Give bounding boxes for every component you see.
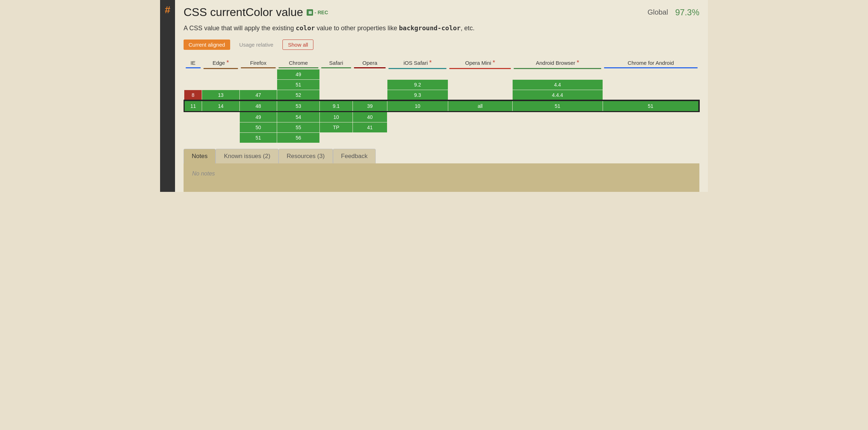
table-cell xyxy=(320,69,353,79)
doc-icon: ▤ xyxy=(307,9,313,16)
table-cell xyxy=(603,111,699,122)
chrome-android-header: Chrome for Android xyxy=(603,57,699,69)
current-aligned-button[interactable]: Current aligned xyxy=(184,40,230,50)
table-cell xyxy=(239,69,277,79)
opera-label: Opera xyxy=(362,60,377,66)
table-cell: 51 xyxy=(512,100,603,111)
tabs-row: Notes Known issues (2) Resources (3) Fee… xyxy=(184,149,699,163)
filter-row: Current aligned Usage relative Show all xyxy=(184,40,699,50)
table-cell: 56 xyxy=(277,132,320,143)
safari-header: Safari xyxy=(320,57,353,69)
table-cell xyxy=(353,132,387,143)
tab-known-issues[interactable]: Known issues (2) xyxy=(216,149,278,163)
table-row: 5156 xyxy=(184,132,699,143)
table-row: 519.24.4 xyxy=(184,79,699,90)
notes-panel: No notes xyxy=(184,163,699,192)
table-row: 49 xyxy=(184,69,699,79)
table-cell: 39 xyxy=(353,100,387,111)
table-cell: 53 xyxy=(277,100,320,111)
table-cell xyxy=(320,79,353,90)
table-cell: 51 xyxy=(603,100,699,111)
edge-asterisk: * xyxy=(226,59,229,67)
table-cell xyxy=(387,122,448,132)
tab-feedback[interactable]: Feedback xyxy=(333,149,376,163)
opera-mini-header: Opera Mini * xyxy=(448,57,512,69)
table-cell xyxy=(239,79,277,90)
show-all-button[interactable]: Show all xyxy=(282,40,313,50)
table-cell xyxy=(202,79,240,90)
table-cell xyxy=(603,79,699,90)
table-cell xyxy=(202,111,240,122)
table-cell xyxy=(512,122,603,132)
table-row: 81347529.34.4.4 xyxy=(184,90,699,100)
global-area: Global 97.3% xyxy=(647,7,699,17)
table-cell xyxy=(448,122,512,132)
table-cell xyxy=(448,90,512,100)
android-browser-label: Android Browser xyxy=(536,60,575,66)
table-cell: 49 xyxy=(277,69,320,79)
edge-header: Edge * xyxy=(202,57,240,69)
android-browser-asterisk: * xyxy=(577,59,579,67)
opera-mini-asterisk: * xyxy=(493,59,495,67)
opera-header: Opera xyxy=(353,57,387,69)
compat-table: IE Edge * Firefox xyxy=(184,57,699,143)
table-cell: 41 xyxy=(353,122,387,132)
table-cell xyxy=(512,132,603,143)
table-cell: 8 xyxy=(184,90,202,100)
table-cell xyxy=(184,69,202,79)
table-cell xyxy=(603,90,699,100)
table-cell: 48 xyxy=(239,100,277,111)
table-cell xyxy=(353,79,387,90)
table-cell: 54 xyxy=(277,111,320,122)
title-area: CSS currentColor value ▤ - REC xyxy=(184,6,328,19)
safari-label: Safari xyxy=(329,60,343,66)
no-notes-text: No notes xyxy=(192,171,215,177)
tab-notes[interactable]: Notes xyxy=(184,149,216,163)
table-cell xyxy=(353,69,387,79)
tab-resources[interactable]: Resources (3) xyxy=(279,149,333,163)
table-cell: 9.2 xyxy=(387,79,448,90)
usage-relative-button[interactable]: Usage relative xyxy=(234,40,279,50)
table-cell: 47 xyxy=(239,90,277,100)
chrome-label: Chrome xyxy=(289,60,308,66)
ie-header: IE xyxy=(184,57,202,69)
header-row: CSS currentColor value ▤ - REC Global 97… xyxy=(184,6,699,19)
table-cell xyxy=(202,122,240,132)
global-value: 97.3% xyxy=(675,7,699,17)
table-cell: 10 xyxy=(320,111,353,122)
table-cell: 50 xyxy=(239,122,277,132)
table-cell xyxy=(202,69,240,79)
browser-header-row: IE Edge * Firefox xyxy=(184,57,699,69)
table-cell: 40 xyxy=(353,111,387,122)
rec-badge: ▤ - REC xyxy=(307,9,328,16)
table-cell: all xyxy=(448,100,512,111)
table-cell xyxy=(387,69,448,79)
table-cell: 4.4 xyxy=(512,79,603,90)
rec-label: - REC xyxy=(314,10,328,15)
table-cell xyxy=(603,69,699,79)
table-cell xyxy=(320,132,353,143)
table-cell xyxy=(184,111,202,122)
ios-safari-label: iOS Safari xyxy=(403,60,428,66)
table-cell: 10 xyxy=(387,100,448,111)
table-cell xyxy=(512,111,603,122)
description: A CSS value that will apply the existing… xyxy=(184,23,699,33)
table-cell xyxy=(387,111,448,122)
table-cell: 13 xyxy=(202,90,240,100)
page-title: CSS currentColor value xyxy=(184,6,303,19)
table-cell xyxy=(387,132,448,143)
table-cell: 55 xyxy=(277,122,320,132)
table-cell xyxy=(448,69,512,79)
left-bar: # xyxy=(160,0,175,192)
table-cell: 51 xyxy=(277,79,320,90)
table-cell xyxy=(603,132,699,143)
hash-icon: # xyxy=(165,4,170,16)
opera-mini-label: Opera Mini xyxy=(465,60,491,66)
ios-safari-asterisk: * xyxy=(429,59,432,67)
table-cell: 14 xyxy=(202,100,240,111)
table-cell: 9.1 xyxy=(320,100,353,111)
table-row: 49541040 xyxy=(184,111,699,122)
firefox-label: Firefox xyxy=(250,60,266,66)
table-cell: 52 xyxy=(277,90,320,100)
table-row: 111448539.13910all5151 xyxy=(184,100,699,111)
